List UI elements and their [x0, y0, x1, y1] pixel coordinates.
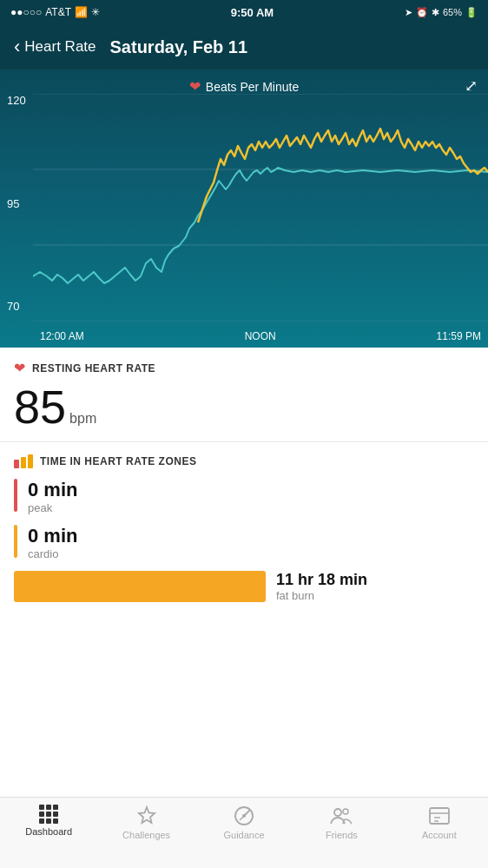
cardio-zone-indicator	[14, 525, 17, 558]
carrier-label: AT&T	[45, 6, 71, 18]
resting-hr-section: ❤ RESTING HEART RATE 85bpm	[0, 348, 488, 442]
tab-challenges-label: Challenges	[122, 830, 170, 840]
alarm-icon: ⏰	[416, 7, 428, 18]
resting-hr-header: ❤ RESTING HEART RATE	[14, 360, 474, 376]
x-label-night: 11:59 PM	[437, 330, 481, 342]
tab-account[interactable]: Account	[391, 805, 488, 840]
x-label-midnight: 12:00 AM	[40, 330, 84, 342]
zones-header: TIME IN HEART RATE ZONES	[14, 454, 474, 468]
peak-zone-item: 0 min peak	[14, 479, 474, 514]
status-time: 9:50 AM	[231, 6, 274, 19]
tab-guidance-label: Guidance	[223, 830, 264, 840]
fat-burn-zone-item: 11 hr 18 min fat burn	[14, 571, 474, 602]
svg-marker-4	[139, 807, 155, 823]
resting-hr-title: RESTING HEART RATE	[32, 362, 155, 374]
status-left: ●●○○○ AT&T 📶 ✳	[10, 6, 100, 18]
zones-icon-bar-2	[21, 457, 26, 468]
svg-point-7	[334, 809, 341, 816]
expand-button[interactable]: ⤢	[465, 76, 478, 96]
status-bar: ●●○○○ AT&T 📶 ✳ 9:50 AM ➤ ⏰ ✱ 65% 🔋	[0, 0, 488, 24]
chart-y-labels: 120 95 70	[0, 70, 33, 321]
zones-icon-bar-3	[28, 454, 33, 468]
y-label-95: 95	[7, 197, 33, 210]
tab-guidance[interactable]: Guidance	[195, 805, 293, 840]
y-label-120: 120	[7, 94, 33, 107]
challenges-icon	[135, 805, 158, 827]
tab-account-label: Account	[422, 830, 457, 840]
chart-legend-label: Beats Per Minute	[206, 80, 299, 94]
back-label: Heart Rate	[24, 38, 96, 56]
peak-zone-info: 0 min peak	[28, 479, 77, 514]
friends-icon	[330, 805, 353, 827]
fat-burn-info: 11 hr 18 min fat burn	[276, 571, 367, 602]
tab-friends-label: Friends	[326, 830, 358, 840]
activity-icon: ✳	[91, 6, 100, 18]
x-label-noon: NOON	[245, 330, 276, 342]
battery-label: 65%	[443, 7, 462, 17]
peak-zone-value: 0 min	[28, 479, 77, 501]
tab-friends[interactable]: Friends	[293, 805, 390, 840]
cardio-zone-label: cardio	[28, 547, 77, 560]
heart-legend-icon: ❤	[189, 78, 201, 95]
page-title: Saturday, Feb 11	[110, 37, 248, 57]
zones-icon-bar-1	[14, 460, 19, 468]
back-chevron-icon: ‹	[14, 36, 20, 58]
resting-hr-number: 85	[14, 381, 66, 433]
account-icon	[428, 805, 451, 827]
tab-challenges[interactable]: Challenges	[97, 805, 195, 840]
tab-dashboard[interactable]: Dashboard	[0, 805, 97, 837]
cardio-zone-value: 0 min	[28, 525, 77, 547]
status-right: ➤ ⏰ ✱ 65% 🔋	[405, 7, 478, 18]
zones-title: TIME IN HEART RATE ZONES	[40, 455, 196, 467]
chart-svg-container	[33, 94, 488, 321]
y-label-70: 70	[7, 300, 33, 313]
resting-hr-unit: bpm	[69, 411, 96, 426]
fat-burn-label: fat burn	[276, 589, 367, 602]
svg-point-6	[242, 814, 246, 818]
resting-hr-heart-icon: ❤	[14, 360, 25, 376]
bluetooth-icon: ✱	[432, 7, 439, 18]
svg-point-8	[343, 809, 348, 814]
chart-area: ❤ Beats Per Minute ⤢ 120 95 70 12:00 AM …	[0, 70, 488, 348]
chart-x-labels: 12:00 AM NOON 11:59 PM	[33, 330, 488, 342]
cardio-zone-info: 0 min cardio	[28, 525, 77, 560]
signal-dots: ●●○○○	[10, 6, 42, 18]
svg-rect-9	[430, 808, 449, 824]
back-button[interactable]: ‹ Heart Rate	[14, 36, 96, 58]
fat-burn-value: 11 hr 18 min	[276, 571, 367, 589]
nav-header: ‹ Heart Rate Saturday, Feb 11	[0, 24, 488, 70]
wifi-icon: 📶	[75, 6, 88, 18]
zones-section: TIME IN HEART RATE ZONES 0 min peak 0 mi…	[0, 442, 488, 616]
heart-rate-chart	[33, 94, 488, 321]
chart-legend: ❤ Beats Per Minute	[0, 78, 488, 95]
resting-hr-value-row: 85bpm	[14, 381, 474, 433]
tab-dashboard-label: Dashboard	[25, 826, 72, 837]
location-icon: ➤	[405, 7, 412, 18]
fat-burn-bar	[14, 571, 266, 602]
dashboard-icon	[39, 805, 58, 824]
guidance-icon	[233, 805, 255, 827]
peak-zone-indicator	[14, 479, 17, 512]
peak-zone-label: peak	[28, 501, 77, 514]
battery-icon: 🔋	[465, 7, 478, 18]
cardio-zone-item: 0 min cardio	[14, 525, 474, 560]
zones-icon	[14, 454, 33, 468]
tab-bar: Dashboard Challenges Guidance Friends	[0, 797, 488, 868]
